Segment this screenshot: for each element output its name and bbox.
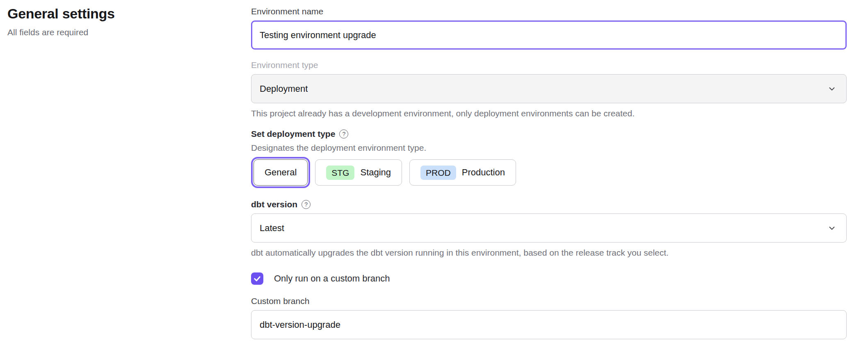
page-title: General settings [7, 6, 251, 22]
deployment-type-general-label: General [265, 167, 297, 178]
environment-type-select[interactable]: Deployment [251, 74, 847, 103]
custom-branch-field: Custom branch [251, 296, 847, 339]
custom-branch-label: Custom branch [251, 296, 847, 306]
deployment-type-staging-label: Staging [360, 167, 391, 178]
environment-name-label: Environment name [251, 7, 847, 16]
page-subtitle: All fields are required [7, 27, 251, 37]
deployment-type-production-button[interactable]: PROD Production [409, 159, 516, 186]
settings-header: General settings All fields are required [0, 6, 251, 350]
environment-type-label: Environment type [251, 60, 847, 70]
deployment-type-production-label: Production [462, 167, 505, 178]
dbt-version-helper: dbt automatically upgrades the dbt versi… [251, 248, 847, 258]
settings-form: Environment name Environment type Deploy… [251, 6, 847, 350]
deployment-type-options: General STG Staging PROD Production [251, 159, 847, 186]
custom-branch-toggle-row[interactable]: Only run on a custom branch [251, 272, 847, 285]
custom-branch-checkbox[interactable] [251, 272, 263, 285]
production-badge: PROD [420, 166, 456, 180]
help-icon[interactable]: ? [339, 129, 348, 138]
dbt-version-value: Latest [260, 223, 284, 234]
staging-badge: STG [326, 166, 354, 180]
dbt-version-field: dbt version ? Latest dbt automatically u… [251, 200, 847, 258]
environment-name-field: Environment name [251, 7, 847, 50]
environment-type-helper: This project already has a development e… [251, 109, 847, 118]
help-icon[interactable]: ? [302, 200, 311, 209]
custom-branch-input[interactable] [251, 310, 847, 339]
dbt-version-label-text: dbt version [251, 200, 297, 209]
environment-name-input[interactable] [251, 20, 847, 50]
environment-type-value: Deployment [260, 84, 308, 94]
environment-type-field: Environment type Deployment This project… [251, 60, 847, 118]
chevron-down-icon [827, 84, 836, 93]
deployment-type-description: Designates the deployment environment ty… [251, 143, 847, 153]
deployment-type-general-button[interactable]: General [254, 159, 308, 186]
dbt-version-label: dbt version ? [251, 200, 847, 209]
deployment-type-field: Set deployment type ? Designates the dep… [251, 129, 847, 186]
deployment-type-label-text: Set deployment type [251, 129, 335, 139]
custom-branch-toggle-label: Only run on a custom branch [274, 273, 390, 284]
checkmark-icon [253, 275, 261, 283]
deployment-type-label: Set deployment type ? [251, 129, 847, 139]
chevron-down-icon [827, 224, 836, 233]
environment-settings-page: General settings All fields are required… [0, 0, 868, 350]
deployment-type-staging-button[interactable]: STG Staging [315, 159, 402, 186]
dbt-version-select[interactable]: Latest [251, 213, 847, 243]
